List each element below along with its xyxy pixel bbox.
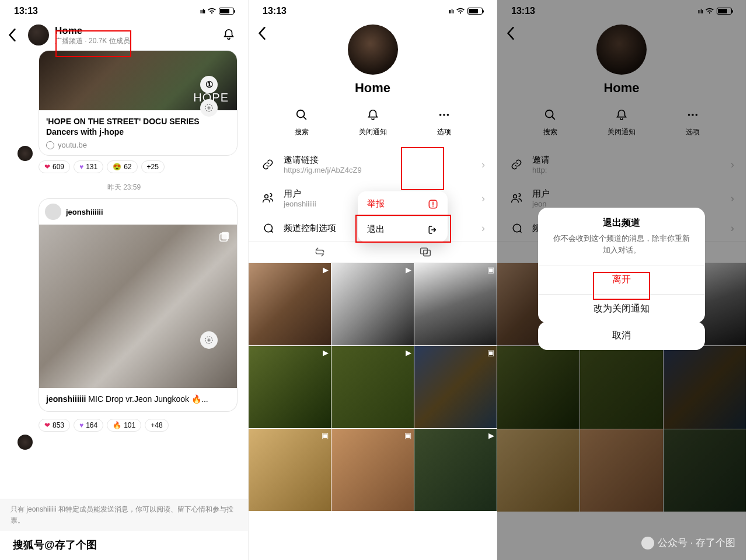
post-image: [39, 225, 238, 388]
reaction-pill[interactable]: 🔥101: [107, 419, 141, 432]
watermark-sohu: 搜狐号@存了个图: [8, 537, 102, 553]
media-tabs: [249, 241, 497, 263]
search-icon: [281, 106, 322, 124]
media-cell[interactable]: ▣: [414, 263, 497, 345]
carousel-icon: [218, 230, 231, 243]
more-icon: [424, 106, 465, 124]
reaction-more[interactable]: +25: [141, 160, 165, 173]
reaction-pill[interactable]: ❤853: [39, 419, 70, 432]
detail-pane-dropdown: 13:13 ıılı Home 搜索 关闭通知 选项: [249, 0, 497, 560]
status-indicators: ıılı: [200, 8, 234, 15]
footer-message: 只有 jeonshiiiiii 和特定成员能发送消息，你可以阅读、留下心情和参与…: [0, 499, 248, 531]
card-title: 'HOPE ON THE STREET' DOCU SERIES Dancers…: [46, 116, 230, 137]
status-bar: 13:13 ıılı: [0, 0, 248, 20]
options-dropdown: 举报 退出: [358, 191, 448, 242]
post-caption: jeonshiiiiii MIC Drop vr.Jeon Jungkook 🔥…: [39, 388, 238, 412]
back-button[interactable]: [258, 27, 266, 40]
reaction-pill[interactable]: ♥131: [74, 160, 103, 173]
media-cell[interactable]: ▣: [249, 429, 331, 511]
svg-point-9: [265, 195, 268, 198]
media-cell[interactable]: ▶: [414, 429, 497, 511]
status-bar: 13:13 ıılı: [249, 0, 497, 20]
search-action[interactable]: 搜索: [281, 106, 322, 137]
channel-title-block[interactable]: Home 广播频道 · 20.7K 位成员: [55, 25, 130, 46]
share-button[interactable]: [200, 331, 218, 349]
chat-icon: [260, 222, 275, 234]
exit-icon: [428, 225, 438, 235]
back-button[interactable]: [8, 29, 22, 41]
battery-icon: [219, 8, 234, 15]
channel-subtitle: 广播频道 · 20.7K 位成员: [55, 37, 130, 45]
carousel-icon: ▣: [487, 348, 494, 357]
notifications-button[interactable]: [220, 26, 238, 43]
chevron-right-icon: ›: [481, 159, 485, 171]
bell-icon: [352, 106, 393, 124]
channel-title: Home: [55, 25, 130, 37]
options-action[interactable]: 选项: [424, 106, 465, 137]
chat-header: Home 广播频道 · 20.7K 位成员: [0, 20, 248, 50]
reaction-pill[interactable]: ❤609: [39, 160, 70, 173]
channel-avatar[interactable]: [28, 24, 49, 46]
post-author: jeonshiiiiii: [66, 208, 103, 216]
mute-instead-button[interactable]: 改为关闭通知: [538, 294, 705, 323]
post-author-avatar: [45, 204, 61, 220]
media-cell[interactable]: ▶: [249, 263, 331, 345]
reaction-more[interactable]: +48: [145, 419, 168, 432]
media-cell[interactable]: ▶: [249, 346, 331, 428]
media-cell[interactable]: ▣: [331, 429, 414, 511]
svg-point-5: [439, 114, 441, 116]
battery-icon: [467, 8, 483, 15]
info-button[interactable]: ①: [200, 76, 218, 93]
heart-icon: ❤: [44, 163, 50, 171]
reel-icon: ▶: [406, 265, 411, 274]
chevron-right-icon: ›: [481, 222, 485, 235]
wifi-icon: [207, 8, 217, 15]
exit-alert: 退出频道 你不会收到这个频道的消息，除非你重新加入对话。 离开 改为关闭通知: [538, 208, 705, 323]
reaction-row-1: ❤609 ♥131 😍62 +25: [39, 160, 238, 173]
time-separator: 昨天 23:59: [0, 183, 248, 192]
sender-avatar[interactable]: [18, 435, 33, 450]
sender-avatar[interactable]: [18, 146, 33, 161]
wifi-icon: [456, 8, 465, 15]
status-time: 13:13: [263, 6, 287, 16]
media-cell[interactable]: ▶: [331, 346, 414, 428]
svg-point-6: [443, 114, 445, 116]
invite-link-row[interactable]: 邀请链接https://ig.me/j/AbZ4cZ9 ›: [249, 148, 497, 181]
alert-message: 你不会收到这个频道的消息，除非你重新加入对话。: [538, 233, 705, 265]
reaction-pill[interactable]: ♥164: [74, 419, 103, 432]
cancel-button[interactable]: 取消: [538, 321, 705, 350]
signal-icon: ıılı: [200, 8, 205, 15]
chevron-right-icon: ›: [481, 192, 485, 205]
mute-action[interactable]: 关闭通知: [352, 106, 393, 137]
reel-icon: ▶: [406, 348, 411, 357]
card-domain: youtu.be: [58, 141, 87, 149]
media-tab[interactable]: [419, 246, 432, 258]
users-icon: [260, 192, 275, 204]
fire-icon: 🔥: [113, 421, 121, 429]
purple-heart-icon: ♥: [79, 421, 83, 429]
media-cell[interactable]: ▶: [331, 263, 414, 345]
card-domain-row: youtu.be: [46, 141, 230, 149]
heart-icon: ❤: [44, 421, 50, 429]
detail-pane-alert: 13:13 ıılı Home 搜索 关闭通知 选项: [497, 0, 746, 560]
link-icon: [260, 159, 275, 170]
shared-post[interactable]: jeonshiiiiii jeonshiiiiii MIC Drop vr.Je…: [39, 198, 238, 412]
purple-heart-icon: ♥: [79, 163, 83, 171]
leave-button[interactable]: 离开: [538, 265, 705, 294]
carousel-icon: ▣: [404, 431, 411, 440]
report-icon: [428, 199, 438, 209]
signal-icon: ıılı: [449, 8, 453, 15]
reaction-pill[interactable]: 😍62: [107, 160, 137, 173]
reshare-tab[interactable]: [314, 246, 326, 258]
report-menu-item[interactable]: 举报: [358, 191, 448, 216]
watermark-weixin: 公众号 · 存了个图: [641, 536, 735, 550]
heart-eyes-icon: 😍: [113, 163, 121, 171]
share-button[interactable]: [200, 99, 218, 117]
profile-name: Home: [249, 80, 497, 96]
media-cell[interactable]: ▣: [414, 346, 497, 428]
status-time: 13:13: [14, 6, 38, 16]
exit-menu-item[interactable]: 退出: [358, 217, 448, 242]
wechat-icon: [641, 537, 654, 550]
svg-rect-11: [423, 250, 430, 256]
profile-avatar[interactable]: [348, 24, 398, 75]
